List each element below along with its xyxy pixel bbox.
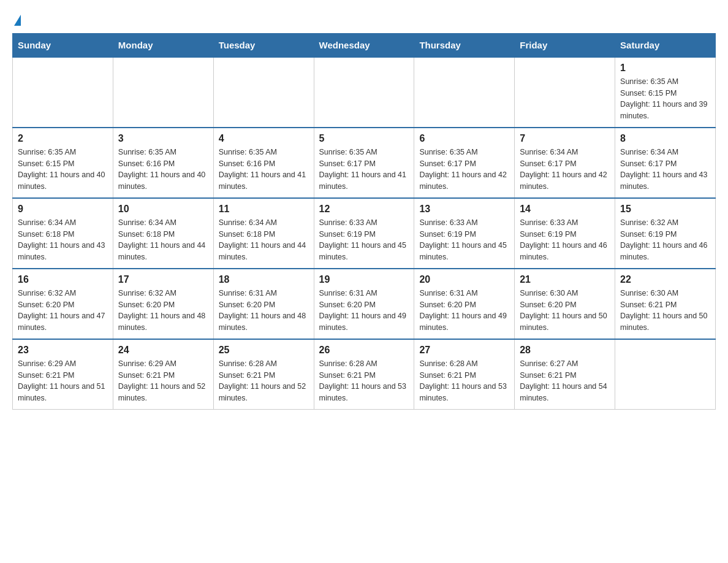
calendar-cell: 1Sunrise: 6:35 AM Sunset: 6:15 PM Daylig… [615,57,716,128]
day-info: Sunrise: 6:32 AM Sunset: 6:20 PM Dayligh… [118,288,208,334]
calendar-cell: 12Sunrise: 6:33 AM Sunset: 6:19 PM Dayli… [314,198,414,269]
calendar-cell [615,339,716,410]
calendar-cell: 6Sunrise: 6:35 AM Sunset: 6:17 PM Daylig… [414,128,515,198]
day-number: 25 [219,345,309,356]
day-header-tuesday: Tuesday [213,33,314,57]
day-number: 27 [419,345,509,356]
calendar-cell: 11Sunrise: 6:34 AM Sunset: 6:18 PM Dayli… [213,198,314,269]
day-info: Sunrise: 6:35 AM Sunset: 6:15 PM Dayligh… [620,76,710,122]
calendar-cell: 17Sunrise: 6:32 AM Sunset: 6:20 PM Dayli… [113,269,213,339]
day-number: 19 [319,274,409,285]
day-info: Sunrise: 6:34 AM Sunset: 6:17 PM Dayligh… [520,147,610,193]
calendar-cell: 15Sunrise: 6:32 AM Sunset: 6:19 PM Dayli… [615,198,716,269]
day-info: Sunrise: 6:28 AM Sunset: 6:21 PM Dayligh… [219,358,309,404]
calendar-cell: 24Sunrise: 6:29 AM Sunset: 6:21 PM Dayli… [113,339,213,410]
page-header [12,12,716,27]
calendar-cell: 18Sunrise: 6:31 AM Sunset: 6:20 PM Dayli… [213,269,314,339]
calendar-cell: 5Sunrise: 6:35 AM Sunset: 6:17 PM Daylig… [314,128,414,198]
calendar-week-3: 9Sunrise: 6:34 AM Sunset: 6:18 PM Daylig… [13,198,716,269]
day-info: Sunrise: 6:29 AM Sunset: 6:21 PM Dayligh… [118,358,208,404]
day-header-thursday: Thursday [414,33,515,57]
calendar-week-1: 1Sunrise: 6:35 AM Sunset: 6:15 PM Daylig… [13,57,716,128]
day-info: Sunrise: 6:30 AM Sunset: 6:20 PM Dayligh… [520,288,610,334]
calendar-cell: 8Sunrise: 6:34 AM Sunset: 6:17 PM Daylig… [615,128,716,198]
day-number: 24 [118,345,208,356]
day-header-friday: Friday [515,33,615,57]
calendar-cell [515,57,615,128]
calendar-cell [213,57,314,128]
calendar-cell: 26Sunrise: 6:28 AM Sunset: 6:21 PM Dayli… [314,339,414,410]
day-number: 20 [419,274,509,285]
calendar-cell: 4Sunrise: 6:35 AM Sunset: 6:16 PM Daylig… [213,128,314,198]
calendar-cell: 19Sunrise: 6:31 AM Sunset: 6:20 PM Dayli… [314,269,414,339]
day-number: 9 [18,204,108,215]
calendar-week-4: 16Sunrise: 6:32 AM Sunset: 6:20 PM Dayli… [13,269,716,339]
day-number: 1 [620,63,710,74]
calendar-cell [314,57,414,128]
logo-triangle-icon [14,15,21,26]
day-info: Sunrise: 6:34 AM Sunset: 6:18 PM Dayligh… [219,217,309,263]
day-header-monday: Monday [113,33,213,57]
day-info: Sunrise: 6:33 AM Sunset: 6:19 PM Dayligh… [419,217,509,263]
day-number: 11 [219,204,309,215]
day-number: 13 [419,204,509,215]
day-info: Sunrise: 6:32 AM Sunset: 6:20 PM Dayligh… [18,288,108,334]
calendar-cell: 16Sunrise: 6:32 AM Sunset: 6:20 PM Dayli… [13,269,113,339]
day-info: Sunrise: 6:35 AM Sunset: 6:17 PM Dayligh… [419,147,509,193]
calendar-cell: 3Sunrise: 6:35 AM Sunset: 6:16 PM Daylig… [113,128,213,198]
day-header-saturday: Saturday [615,33,716,57]
calendar-cell: 20Sunrise: 6:31 AM Sunset: 6:20 PM Dayli… [414,269,515,339]
day-number: 18 [219,274,309,285]
day-header-wednesday: Wednesday [314,33,414,57]
day-info: Sunrise: 6:31 AM Sunset: 6:20 PM Dayligh… [419,288,509,334]
calendar-cell: 25Sunrise: 6:28 AM Sunset: 6:21 PM Dayli… [213,339,314,410]
day-info: Sunrise: 6:27 AM Sunset: 6:21 PM Dayligh… [520,358,610,404]
calendar-cell: 21Sunrise: 6:30 AM Sunset: 6:20 PM Dayli… [515,269,615,339]
calendar-cell: 7Sunrise: 6:34 AM Sunset: 6:17 PM Daylig… [515,128,615,198]
calendar-header-row: SundayMondayTuesdayWednesdayThursdayFrid… [13,33,716,57]
logo [12,12,21,27]
calendar-week-2: 2Sunrise: 6:35 AM Sunset: 6:15 PM Daylig… [13,128,716,198]
calendar-cell: 27Sunrise: 6:28 AM Sunset: 6:21 PM Dayli… [414,339,515,410]
calendar-cell: 28Sunrise: 6:27 AM Sunset: 6:21 PM Dayli… [515,339,615,410]
day-number: 6 [419,133,509,144]
day-number: 26 [319,345,409,356]
day-number: 16 [18,274,108,285]
calendar-table: SundayMondayTuesdayWednesdayThursdayFrid… [12,33,716,410]
day-info: Sunrise: 6:35 AM Sunset: 6:16 PM Dayligh… [219,147,309,193]
calendar-cell: 13Sunrise: 6:33 AM Sunset: 6:19 PM Dayli… [414,198,515,269]
day-info: Sunrise: 6:28 AM Sunset: 6:21 PM Dayligh… [319,358,409,404]
day-number: 12 [319,204,409,215]
calendar-cell: 14Sunrise: 6:33 AM Sunset: 6:19 PM Dayli… [515,198,615,269]
day-info: Sunrise: 6:34 AM Sunset: 6:18 PM Dayligh… [18,217,108,263]
day-info: Sunrise: 6:32 AM Sunset: 6:19 PM Dayligh… [620,217,710,263]
calendar-cell: 9Sunrise: 6:34 AM Sunset: 6:18 PM Daylig… [13,198,113,269]
day-number: 3 [118,133,208,144]
day-number: 22 [620,274,710,285]
day-number: 7 [520,133,610,144]
calendar-cell: 2Sunrise: 6:35 AM Sunset: 6:15 PM Daylig… [13,128,113,198]
day-header-sunday: Sunday [13,33,113,57]
day-info: Sunrise: 6:28 AM Sunset: 6:21 PM Dayligh… [419,358,509,404]
day-number: 15 [620,204,710,215]
day-info: Sunrise: 6:31 AM Sunset: 6:20 PM Dayligh… [319,288,409,334]
calendar-cell [13,57,113,128]
day-number: 28 [520,345,610,356]
day-number: 21 [520,274,610,285]
day-info: Sunrise: 6:33 AM Sunset: 6:19 PM Dayligh… [520,217,610,263]
day-info: Sunrise: 6:30 AM Sunset: 6:21 PM Dayligh… [620,288,710,334]
day-number: 8 [620,133,710,144]
day-info: Sunrise: 6:35 AM Sunset: 6:17 PM Dayligh… [319,147,409,193]
day-info: Sunrise: 6:31 AM Sunset: 6:20 PM Dayligh… [219,288,309,334]
day-info: Sunrise: 6:34 AM Sunset: 6:17 PM Dayligh… [620,147,710,193]
calendar-cell [414,57,515,128]
calendar-week-5: 23Sunrise: 6:29 AM Sunset: 6:21 PM Dayli… [13,339,716,410]
calendar-cell: 10Sunrise: 6:34 AM Sunset: 6:18 PM Dayli… [113,198,213,269]
day-number: 23 [18,345,108,356]
calendar-cell: 23Sunrise: 6:29 AM Sunset: 6:21 PM Dayli… [13,339,113,410]
calendar-cell: 22Sunrise: 6:30 AM Sunset: 6:21 PM Dayli… [615,269,716,339]
calendar-cell [113,57,213,128]
calendar-body: 1Sunrise: 6:35 AM Sunset: 6:15 PM Daylig… [13,57,716,410]
day-number: 4 [219,133,309,144]
day-info: Sunrise: 6:34 AM Sunset: 6:18 PM Dayligh… [118,217,208,263]
